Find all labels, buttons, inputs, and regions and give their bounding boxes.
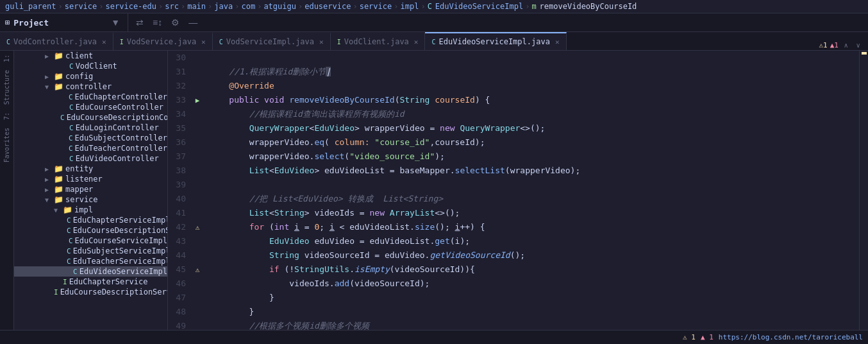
gutter-47: [191, 291, 204, 305]
tree-listener[interactable]: ▶ 📁 listener: [14, 174, 167, 184]
gutter-41: [191, 206, 204, 220]
tab-vodservice[interactable]: I VodService.java ✕: [113, 32, 213, 50]
bc-src[interactable]: src: [165, 2, 179, 11]
tree-config[interactable]: ▶ 📁 config: [14, 71, 167, 82]
tab-close[interactable]: ✕: [555, 38, 560, 46]
tree-educoursedescserviceimpl[interactable]: C EduCourseDescriptionS...: [14, 225, 167, 236]
tab-eduvideoserviceimpl[interactable]: C EduVideoServiceImpl.java ✕: [425, 32, 566, 50]
folder-icon: 📁: [63, 205, 72, 214]
tree-educhapterservice[interactable]: I EduChapterService: [14, 277, 167, 287]
code-line-47: }: [209, 291, 854, 305]
folder-icon: 📁: [54, 82, 63, 91]
tree-eduteacherctrl[interactable]: C EduTeacherController: [14, 143, 167, 153]
folder-icon: 📁: [54, 164, 63, 173]
tree-eduvideoctrl[interactable]: C EduVideoController: [14, 153, 167, 164]
folder-icon: 📁: [54, 185, 63, 194]
tree-educhapterctrl[interactable]: C EduChapterController: [14, 92, 167, 102]
code-line-35: QueryWrapper<EduVideo> wrapperVideo = ne…: [209, 121, 854, 135]
gutter-49: [191, 319, 204, 330]
status-error: ▲ 1: [701, 333, 714, 341]
bc-service-edu[interactable]: service-edu: [106, 2, 156, 11]
tree-educourseserviceimpl[interactable]: C EduCourseServiceImpl: [14, 236, 167, 246]
bc-service2[interactable]: service: [360, 2, 392, 11]
gutter-warn-45[interactable]: ⚠: [191, 262, 204, 277]
tree-educoursedescservice[interactable]: I EduCourseDescriptionServ...: [14, 287, 167, 297]
c-icon: C: [69, 155, 74, 163]
tab-vodcontroller[interactable]: C VodController.java ✕: [0, 32, 113, 50]
right-scrollbar[interactable]: [859, 51, 868, 330]
gutter-38: [191, 164, 204, 178]
main-toolbar: ⊞ Project ▼ ⇄ ≡↕ ⚙ —: [0, 13, 868, 32]
c-icon: C: [69, 103, 74, 112]
tab-vodserviceimpl[interactable]: C VodServiceImpl.java ✕: [213, 32, 331, 50]
tree-label: EduVideoServiceImpl: [79, 267, 167, 276]
settings-btn[interactable]: ▼: [108, 16, 122, 29]
nav-up-btn[interactable]: ∧: [841, 40, 851, 50]
sort-icon[interactable]: ≡↕: [150, 16, 165, 29]
tree-eduvideoserviceimpl[interactable]: C EduVideoServiceImpl: [14, 266, 167, 277]
editor-wrapper: 30 31 32 33 34 35 36 37 38 39 40 41 42 4…: [168, 51, 859, 330]
strip-favorites[interactable]: Favorites: [2, 124, 12, 166]
tree-label: EduSubjectController: [75, 133, 168, 142]
strip-1[interactable]: 1:: [2, 51, 12, 66]
tree-edusubjectctrl[interactable]: C EduSubjectController: [14, 133, 167, 143]
tree-service[interactable]: ▼ 📁 service: [14, 194, 167, 205]
bc-eduservice[interactable]: eduservice: [305, 2, 351, 11]
tree-entity[interactable]: ▶ 📁 entity: [14, 164, 167, 174]
tree-label: EduVideoController: [76, 154, 159, 163]
tab-close[interactable]: ✕: [319, 38, 324, 46]
gutter-48: [191, 305, 204, 319]
tab-close[interactable]: ✕: [414, 38, 419, 46]
tree-educoursedescctrl[interactable]: C EduCourseDescriptionCon...: [14, 112, 167, 123]
config-icon[interactable]: ⚙: [169, 16, 182, 29]
code-line-31: //1.根据课程id删除小节|: [209, 65, 854, 79]
strip-7[interactable]: 7:: [2, 108, 12, 124]
bc-atguigu[interactable]: atguigu: [263, 2, 296, 11]
tree-impl[interactable]: ▼ 📁 impl: [14, 205, 167, 215]
gutter-31: [191, 65, 204, 79]
strip-structure[interactable]: Structure: [2, 66, 12, 108]
gutter-run-33[interactable]: ▶: [191, 93, 204, 107]
sync-icon[interactable]: ⇄: [133, 16, 146, 29]
tab-close[interactable]: ✕: [201, 38, 206, 46]
bc-class[interactable]: EduVideoServiceImpl: [435, 2, 523, 11]
bc-service[interactable]: service: [65, 2, 97, 11]
tree-label: EduTeacherServiceImpl: [73, 257, 168, 266]
tree-educhapterserviceimpl[interactable]: C EduChapterServiceImpl: [14, 215, 167, 225]
arrow-icon: ▶: [45, 73, 54, 80]
tree-label: EduChapterController: [75, 92, 168, 101]
code-line-46: videoIds.add(videoSourceId);: [209, 277, 854, 291]
tab-close[interactable]: ✕: [102, 38, 106, 46]
code-line-45: if (!StringUtils.isEmpty(videoSourceId))…: [209, 262, 854, 277]
arrow-icon: ▼: [45, 83, 54, 90]
gutter-warn-42[interactable]: ⚠: [191, 220, 204, 234]
tab-vodclient[interactable]: I VodClient.java ✕: [331, 32, 426, 50]
editor-content[interactable]: //1.根据课程id删除小节| @Override public void re…: [204, 51, 859, 330]
code-line-34: //根据课程id查询出该课程所有视频的id: [209, 107, 854, 121]
tree-controller[interactable]: ▼ 📁 controller: [14, 82, 167, 92]
content-area: 1: Structure 7: Favorites ▶ 📁 client C V…: [0, 51, 868, 330]
folder-icon: 📁: [54, 175, 63, 184]
close-panel-icon[interactable]: —: [186, 16, 200, 29]
tree-client[interactable]: ▶ 📁 client: [14, 51, 167, 61]
bc-guli-parent[interactable]: guli_parent: [5, 2, 56, 11]
tab-label: VodServiceImpl.java: [226, 37, 314, 46]
project-label: Project: [13, 18, 49, 28]
sidebar: ▶ 📁 client C VodClient ▶ 📁 config ▼ 📁 co…: [14, 51, 168, 330]
code-line-36: wrapperVideo.eq( column: "course_id",cou…: [209, 135, 854, 150]
gutter-34: [191, 107, 204, 121]
bc-main[interactable]: main: [187, 2, 206, 11]
tree-eduteacherserviceimpl[interactable]: C EduTeacherServiceImpl: [14, 256, 167, 266]
nav-down-btn[interactable]: ∨: [853, 40, 863, 50]
status-url[interactable]: https://blog.csdn.net/taroriceball: [719, 333, 863, 341]
tree-edusubjectserviceimpl[interactable]: C EduSubjectServiceImpl: [14, 246, 167, 256]
bc-impl[interactable]: impl: [400, 2, 419, 11]
bc-java[interactable]: java: [214, 2, 233, 11]
arrow-icon: ▼: [45, 196, 54, 203]
tree-educoursectrl[interactable]: C EduCourseController: [14, 102, 167, 112]
tree-eduloginctrl[interactable]: C EduLoginController: [14, 123, 167, 133]
bc-com[interactable]: com: [241, 2, 255, 11]
tree-mapper[interactable]: ▶ 📁 mapper: [14, 184, 167, 194]
tree-vodclient[interactable]: C VodClient: [14, 61, 167, 71]
tab-icon-c: C: [219, 39, 223, 46]
